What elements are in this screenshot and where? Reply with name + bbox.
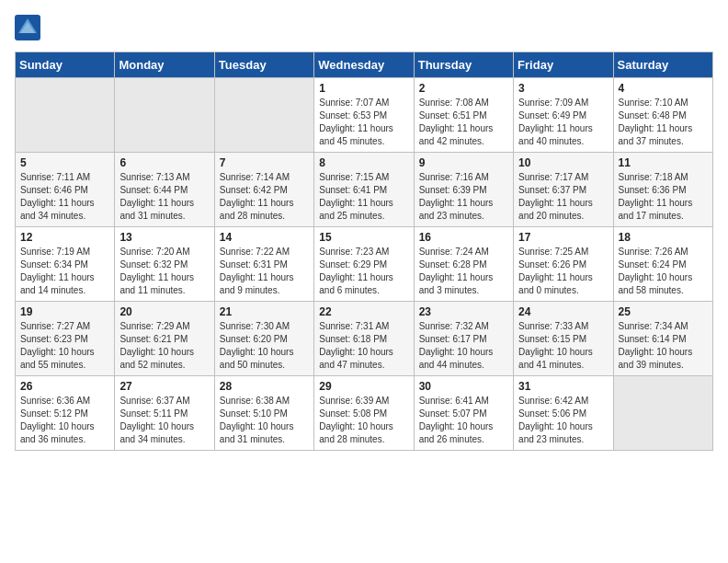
calendar-week-1: 1Sunrise: 7:07 AM Sunset: 6:53 PM Daylig… xyxy=(16,78,713,153)
day-info: Sunrise: 7:20 AM Sunset: 6:32 PM Dayligh… xyxy=(119,246,209,297)
calendar-cell: 18Sunrise: 7:26 AM Sunset: 6:24 PM Dayli… xyxy=(613,227,712,302)
day-info: Sunrise: 7:22 AM Sunset: 6:31 PM Dayligh… xyxy=(220,246,309,297)
weekday-header-wednesday: Wednesday xyxy=(314,52,414,78)
calendar-cell: 12Sunrise: 7:19 AM Sunset: 6:34 PM Dayli… xyxy=(16,227,115,302)
day-info: Sunrise: 6:36 AM Sunset: 5:12 PM Dayligh… xyxy=(20,395,109,446)
weekday-header-sunday: Sunday xyxy=(16,52,115,78)
calendar-cell: 8Sunrise: 7:15 AM Sunset: 6:41 PM Daylig… xyxy=(314,153,414,227)
weekday-header-tuesday: Tuesday xyxy=(214,52,313,78)
calendar-cell: 9Sunrise: 7:16 AM Sunset: 6:39 PM Daylig… xyxy=(414,153,513,227)
day-number: 19 xyxy=(20,305,109,318)
day-info: Sunrise: 6:42 AM Sunset: 5:06 PM Dayligh… xyxy=(518,395,608,446)
day-number: 10 xyxy=(518,156,608,169)
day-info: Sunrise: 6:38 AM Sunset: 5:10 PM Dayligh… xyxy=(220,395,309,446)
day-number: 3 xyxy=(518,82,608,95)
day-number: 1 xyxy=(319,82,408,95)
day-number: 29 xyxy=(319,380,408,393)
day-number: 9 xyxy=(419,156,508,169)
day-number: 11 xyxy=(619,156,708,169)
calendar-cell: 7Sunrise: 7:14 AM Sunset: 6:42 PM Daylig… xyxy=(214,153,313,227)
calendar-cell: 2Sunrise: 7:08 AM Sunset: 6:51 PM Daylig… xyxy=(414,78,513,153)
day-info: Sunrise: 7:07 AM Sunset: 6:53 PM Dayligh… xyxy=(319,97,408,148)
day-info: Sunrise: 7:15 AM Sunset: 6:41 PM Dayligh… xyxy=(319,171,408,223)
day-number: 22 xyxy=(319,305,408,318)
day-info: Sunrise: 7:27 AM Sunset: 6:23 PM Dayligh… xyxy=(20,320,109,372)
logo xyxy=(15,15,44,40)
calendar-cell: 26Sunrise: 6:36 AM Sunset: 5:12 PM Dayli… xyxy=(16,376,115,451)
calendar-table: SundayMondayTuesdayWednesdayThursdayFrid… xyxy=(15,52,713,451)
weekday-header-row: SundayMondayTuesdayWednesdayThursdayFrid… xyxy=(16,52,713,78)
calendar-week-5: 26Sunrise: 6:36 AM Sunset: 5:12 PM Dayli… xyxy=(16,376,713,451)
day-info: Sunrise: 7:09 AM Sunset: 6:49 PM Dayligh… xyxy=(518,97,608,148)
day-info: Sunrise: 7:18 AM Sunset: 6:36 PM Dayligh… xyxy=(619,171,708,223)
day-info: Sunrise: 7:30 AM Sunset: 6:20 PM Dayligh… xyxy=(220,320,309,372)
day-number: 2 xyxy=(419,82,508,95)
day-number: 13 xyxy=(119,231,209,244)
day-number: 5 xyxy=(20,156,109,169)
logo-icon xyxy=(15,15,40,40)
page-header xyxy=(15,15,713,40)
calendar-cell: 29Sunrise: 6:39 AM Sunset: 5:08 PM Dayli… xyxy=(314,376,414,451)
day-info: Sunrise: 7:26 AM Sunset: 6:24 PM Dayligh… xyxy=(619,246,708,297)
day-number: 24 xyxy=(518,305,608,318)
calendar-cell: 27Sunrise: 6:37 AM Sunset: 5:11 PM Dayli… xyxy=(115,376,214,451)
weekday-header-friday: Friday xyxy=(514,52,613,78)
day-number: 18 xyxy=(619,231,708,244)
calendar-cell: 11Sunrise: 7:18 AM Sunset: 6:36 PM Dayli… xyxy=(613,153,712,227)
calendar-cell xyxy=(613,376,712,451)
day-number: 17 xyxy=(518,231,608,244)
day-number: 14 xyxy=(220,231,309,244)
day-info: Sunrise: 7:16 AM Sunset: 6:39 PM Dayligh… xyxy=(419,171,508,223)
day-number: 28 xyxy=(220,380,309,393)
day-info: Sunrise: 7:14 AM Sunset: 6:42 PM Dayligh… xyxy=(220,171,309,223)
calendar-cell: 5Sunrise: 7:11 AM Sunset: 6:46 PM Daylig… xyxy=(16,153,115,227)
day-info: Sunrise: 7:34 AM Sunset: 6:14 PM Dayligh… xyxy=(619,320,708,372)
calendar-cell: 6Sunrise: 7:13 AM Sunset: 6:44 PM Daylig… xyxy=(115,153,214,227)
day-info: Sunrise: 7:08 AM Sunset: 6:51 PM Dayligh… xyxy=(419,97,508,148)
weekday-header-thursday: Thursday xyxy=(414,52,513,78)
calendar-cell: 19Sunrise: 7:27 AM Sunset: 6:23 PM Dayli… xyxy=(16,302,115,376)
day-number: 4 xyxy=(619,82,708,95)
day-info: Sunrise: 7:23 AM Sunset: 6:29 PM Dayligh… xyxy=(319,246,408,297)
calendar-cell: 25Sunrise: 7:34 AM Sunset: 6:14 PM Dayli… xyxy=(613,302,712,376)
calendar-week-3: 12Sunrise: 7:19 AM Sunset: 6:34 PM Dayli… xyxy=(16,227,713,302)
calendar-cell xyxy=(16,78,115,153)
day-number: 12 xyxy=(20,231,109,244)
day-number: 21 xyxy=(220,305,309,318)
day-number: 26 xyxy=(20,380,109,393)
calendar-cell: 24Sunrise: 7:33 AM Sunset: 6:15 PM Dayli… xyxy=(514,302,613,376)
day-info: Sunrise: 7:17 AM Sunset: 6:37 PM Dayligh… xyxy=(518,171,608,223)
calendar-cell: 17Sunrise: 7:25 AM Sunset: 6:26 PM Dayli… xyxy=(514,227,613,302)
calendar-cell: 21Sunrise: 7:30 AM Sunset: 6:20 PM Dayli… xyxy=(214,302,313,376)
calendar-cell: 13Sunrise: 7:20 AM Sunset: 6:32 PM Dayli… xyxy=(115,227,214,302)
day-number: 15 xyxy=(319,231,408,244)
day-info: Sunrise: 6:41 AM Sunset: 5:07 PM Dayligh… xyxy=(419,395,508,446)
day-info: Sunrise: 7:24 AM Sunset: 6:28 PM Dayligh… xyxy=(419,246,508,297)
calendar-cell: 28Sunrise: 6:38 AM Sunset: 5:10 PM Dayli… xyxy=(214,376,313,451)
day-info: Sunrise: 7:11 AM Sunset: 6:46 PM Dayligh… xyxy=(20,171,109,223)
day-info: Sunrise: 7:13 AM Sunset: 6:44 PM Dayligh… xyxy=(119,171,209,223)
day-info: Sunrise: 6:39 AM Sunset: 5:08 PM Dayligh… xyxy=(319,395,408,446)
calendar-week-2: 5Sunrise: 7:11 AM Sunset: 6:46 PM Daylig… xyxy=(16,153,713,227)
weekday-header-monday: Monday xyxy=(115,52,214,78)
day-number: 6 xyxy=(119,156,209,169)
calendar-cell xyxy=(115,78,214,153)
calendar-cell: 31Sunrise: 6:42 AM Sunset: 5:06 PM Dayli… xyxy=(514,376,613,451)
calendar-cell: 10Sunrise: 7:17 AM Sunset: 6:37 PM Dayli… xyxy=(514,153,613,227)
day-info: Sunrise: 7:31 AM Sunset: 6:18 PM Dayligh… xyxy=(319,320,408,372)
calendar-cell: 22Sunrise: 7:31 AM Sunset: 6:18 PM Dayli… xyxy=(314,302,414,376)
day-info: Sunrise: 7:32 AM Sunset: 6:17 PM Dayligh… xyxy=(419,320,508,372)
calendar-cell: 23Sunrise: 7:32 AM Sunset: 6:17 PM Dayli… xyxy=(414,302,513,376)
calendar-cell: 4Sunrise: 7:10 AM Sunset: 6:48 PM Daylig… xyxy=(613,78,712,153)
calendar-cell: 3Sunrise: 7:09 AM Sunset: 6:49 PM Daylig… xyxy=(514,78,613,153)
weekday-header-saturday: Saturday xyxy=(613,52,712,78)
day-number: 8 xyxy=(319,156,408,169)
day-number: 27 xyxy=(119,380,209,393)
day-number: 7 xyxy=(220,156,309,169)
day-number: 25 xyxy=(619,305,708,318)
calendar-cell: 16Sunrise: 7:24 AM Sunset: 6:28 PM Dayli… xyxy=(414,227,513,302)
day-number: 30 xyxy=(419,380,508,393)
day-info: Sunrise: 7:10 AM Sunset: 6:48 PM Dayligh… xyxy=(619,97,708,148)
calendar-cell: 30Sunrise: 6:41 AM Sunset: 5:07 PM Dayli… xyxy=(414,376,513,451)
day-info: Sunrise: 6:37 AM Sunset: 5:11 PM Dayligh… xyxy=(119,395,209,446)
